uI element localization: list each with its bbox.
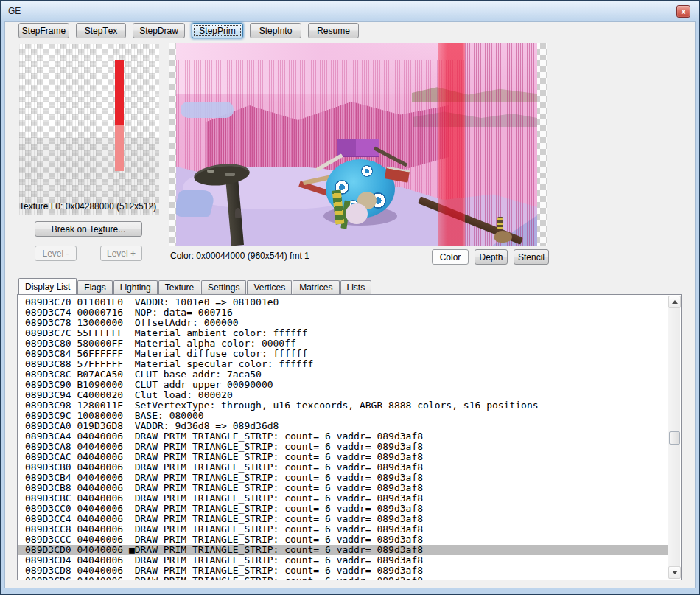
close-icon: x (682, 7, 686, 15)
display-list-row[interactable]: 089D3C74 00000716 NOP: data= 000716 (18, 307, 669, 318)
scene-katamari-group (301, 146, 412, 229)
tab-display-list[interactable]: Display List (18, 278, 77, 294)
scene-blue-patch-left (176, 190, 216, 217)
scene-rock (494, 231, 512, 243)
display-list-row[interactable]: 089D3C70 011001E0 VADDR: 1001e0 => 08100… (18, 297, 669, 307)
display-list-row[interactable]: 089D3CDC 04040006 DRAW PRIM TRIANGLE_STR… (18, 576, 669, 580)
button-label: ex (108, 26, 118, 36)
step-frame-button[interactable]: Step Frame (18, 23, 69, 38)
scene-table-speck (225, 173, 235, 176)
button-label: rame (46, 26, 66, 36)
scrollbar-down-button[interactable] (668, 566, 681, 579)
scene-small-figure (235, 208, 241, 218)
display-list-row[interactable]: 089D3CCC 04040006 DRAW PRIM TRIANGLE_STR… (18, 535, 669, 545)
button-label: T (102, 26, 108, 36)
display-list-row[interactable]: 089D3CC8 04040006 DRAW PRIM TRIANGLE_STR… (18, 524, 669, 535)
stencil-button[interactable]: Stencil (514, 249, 549, 265)
button-label: Step (259, 26, 278, 36)
display-list-row[interactable]: 089D3CAC 04040006 DRAW PRIM TRIANGLE_STR… (18, 452, 669, 462)
display-list-row[interactable]: 089D3CC0 04040006 DRAW PRIM TRIANGLE_STR… (18, 504, 669, 514)
resume-button[interactable]: Resume (308, 23, 359, 38)
scene-table-speck (207, 170, 214, 173)
step-draw-button[interactable]: Step Draw (133, 23, 185, 38)
step-prim-button[interactable]: Step Prim (192, 23, 243, 38)
display-list-row[interactable]: 089D3C90 B1090000 CLUT addr upper 000900… (18, 380, 669, 390)
display-list-row[interactable]: 089D3CBC 04040006 DRAW PRIM TRIANGLE_STR… (18, 493, 669, 504)
tab-lighting[interactable]: Lighting (113, 280, 158, 294)
display-list-row[interactable]: 089D3CA8 04040006 DRAW PRIM TRIANGLE_STR… (18, 442, 669, 452)
toolbar: Step FrameStep TexStep DrawStep PrimStep… (18, 23, 359, 38)
scene-red-overlay-bar (438, 43, 465, 246)
level-plus-button[interactable]: Level + (100, 246, 142, 261)
level-minus-button[interactable]: Level - (35, 246, 77, 261)
display-list-row[interactable]: 089D3C78 13000000 OffsetAddr: 000000 (18, 318, 669, 328)
tab-lists[interactable]: Lists (340, 280, 372, 294)
display-list-row[interactable]: 089D3C94 C4000020 Clut load: 000020 (18, 390, 669, 400)
button-label: Step (199, 26, 217, 36)
display-list-row[interactable]: 089D3C80 580000FF Material alpha color: … (18, 338, 669, 349)
button-label: rim (223, 26, 236, 36)
display-list-row[interactable]: 089D3C98 1280011E SetVertexType: through… (18, 400, 669, 411)
framebuffer-preview[interactable] (169, 43, 547, 246)
button-label: Step (139, 26, 158, 36)
framebuffer-info-label: Color: 0x00044000 (960x544) fmt 1 (170, 251, 309, 261)
vertical-scrollbar[interactable] (668, 296, 680, 579)
display-list-pane: 089D3C70 011001E0 VADDR: 1001e0 => 08100… (17, 294, 682, 580)
display-list-row[interactable]: 089D3CA0 019D36D8 VADDR: 9d36d8 => 089d3… (18, 421, 669, 431)
ge-debugger-window: GE x Step FrameStep TexStep DrawStep Pri… (0, 0, 700, 595)
close-button[interactable]: x (676, 5, 690, 18)
display-list-rows: 089D3C70 011001E0 VADDR: 1001e0 => 08100… (18, 296, 669, 580)
scene-striped-figure (497, 217, 503, 229)
button-label: Step (85, 26, 103, 36)
tab-texture[interactable]: Texture (158, 280, 200, 294)
button-label: F (41, 26, 46, 36)
step-tex-button[interactable]: Step Tex (76, 23, 126, 38)
window-title: GE (8, 6, 21, 16)
tab-matrices[interactable]: Matrices (293, 280, 339, 294)
button-label: R (317, 26, 323, 36)
break-on-texture-button[interactable]: Break on Texture... (35, 221, 142, 237)
button-label: raw (164, 26, 178, 36)
tab-flags[interactable]: Flags (77, 280, 112, 294)
display-list-row[interactable]: 089D3CD4 04040006 DRAW PRIM TRIANGLE_STR… (18, 555, 669, 566)
depth-button[interactable]: Depth (475, 249, 508, 265)
display-list-row[interactable]: 089D3CD0 04040006 ■DRAW PRIM TRIANGLE_ST… (18, 545, 669, 555)
katamari-junk (346, 203, 368, 224)
button-label: nto (280, 26, 293, 36)
tab-bar: Display ListFlagsLightingTextureSettings… (18, 278, 372, 294)
scene-dither-right-column (465, 43, 537, 246)
display-list-row[interactable]: 089D3CA4 04040006 DRAW PRIM TRIANGLE_STR… (18, 431, 669, 442)
tab-vertices[interactable]: Vertices (247, 280, 292, 294)
tab-settings[interactable]: Settings (201, 280, 246, 294)
framebuffer-toggle-group: ColorDepthStencil (432, 249, 549, 265)
color-button[interactable]: Color (432, 249, 469, 265)
button-label: P (217, 26, 223, 36)
display-list-row[interactable]: 089D3C7C 55FFFFFF Material ambient color… (18, 328, 669, 338)
display-list-row[interactable]: 089D3C8C B07ACA50 CLUT base addr: 7aca50 (18, 369, 669, 380)
display-list-row[interactable]: 089D3CC4 04040006 DRAW PRIM TRIANGLE_STR… (18, 514, 669, 524)
button-label: D (158, 26, 164, 36)
texture-info-label: Texture L0: 0x04288000 (512x512) (19, 201, 156, 212)
texture-red-bar-top (115, 60, 124, 125)
scrollbar-up-button[interactable] (668, 296, 681, 308)
display-list-row[interactable]: 089D3CB8 04040006 DRAW PRIM TRIANGLE_STR… (18, 483, 669, 493)
display-list-row[interactable]: 089D3CB4 04040006 DRAW PRIM TRIANGLE_STR… (18, 473, 669, 483)
title-bar: GE x (1, 1, 699, 21)
button-label: esume (323, 26, 350, 36)
scrollbar-thumb[interactable] (669, 431, 680, 445)
chevron-down-icon (672, 571, 678, 574)
display-list-row[interactable]: 089D3C88 57FFFFFF Material specular colo… (18, 359, 669, 369)
scene-blue-patch-top-left (181, 102, 234, 118)
framebuffer-scene (176, 43, 537, 246)
texture-red-bar-bottom (115, 125, 124, 171)
texture-preview[interactable] (19, 44, 159, 215)
display-list-row[interactable]: 089D3CD8 04040006 DRAW PRIM TRIANGLE_STR… (18, 566, 669, 576)
button-label: Step (22, 26, 41, 36)
display-list-row[interactable]: 089D3C84 56FFFFFF Material diffuse color… (18, 349, 669, 359)
display-list-row[interactable]: 089D3CB0 04040006 DRAW PRIM TRIANGLE_STR… (18, 462, 669, 473)
step-into-button[interactable]: Step Into (250, 23, 301, 38)
display-list-row[interactable]: 089D3C9C 10080000 BASE: 080000 (18, 411, 669, 421)
katamari-pattern (361, 165, 373, 177)
chevron-up-icon (672, 300, 678, 304)
